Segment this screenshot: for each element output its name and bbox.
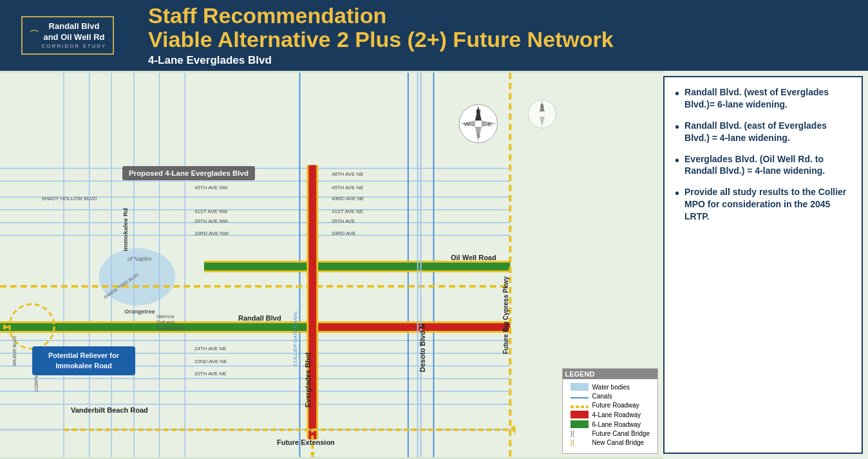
legend-label-4lane: 4-Lane Roadway	[592, 411, 641, 418]
legend-item-4lane: 4-Lane Roadway	[571, 411, 650, 418]
bullet-2: •	[675, 118, 679, 136]
svg-text:35TH AVE NW: 35TH AVE NW	[194, 218, 228, 224]
svg-text:WILBUR BLVD: WILBUR BLVD	[12, 336, 17, 366]
svg-text:41ST AVE NW: 41ST AVE NW	[194, 209, 228, 214]
callout-proposed: Proposed 4-Lane Everglades Blvd	[122, 166, 255, 180]
svg-text:41ST AVE NE: 41ST AVE NE	[332, 209, 363, 214]
label-oil-well: Oil Well Road	[451, 254, 496, 261]
legend-swatch-canals	[571, 397, 589, 398]
list-item-1: • Randall Blvd. (west of Everglades Blvd…	[675, 86, 851, 111]
legend-label-new-canal: New Canal Bridge	[592, 439, 645, 446]
svg-text:W: W	[464, 120, 470, 127]
legend-item-future-road: Future Roadway	[571, 402, 650, 409]
label-future-big-cypress: Future Big Cypress Pkwy	[502, 251, 509, 380]
legend-label-future: Future Roadway	[592, 402, 639, 409]
sidebar: • Randall Blvd. (west of Everglades Blvd…	[663, 76, 863, 454]
svg-text:33RD AVE NW: 33RD AVE NW	[194, 230, 229, 236]
header-title-sub: Viable Alternative 2 Plus (2+) Future Ne…	[148, 28, 614, 52]
svg-text:SHADY HOLLOW BLVD: SHADY HOLLOW BLVD	[41, 196, 97, 201]
header: ⌒ Randall Blvd and Oil Well Rd CORRIDOR …	[0, 0, 868, 71]
svg-text:of Naples: of Naples	[127, 256, 152, 262]
svg-text:33RD AVE: 33RD AVE	[332, 230, 355, 236]
svg-text:48TH AVE NE: 48TH AVE NE	[332, 171, 364, 177]
logo-line2: and Oil Well Rd	[42, 32, 107, 43]
legend-box: LEGEND Water bodies Canals Future Roadwa…	[562, 368, 659, 454]
legend-swatch-4lane	[571, 411, 589, 418]
map-area: of Naples	[0, 71, 663, 459]
bullet-1: •	[675, 85, 679, 102]
legend-item-water: Water bodies	[571, 383, 650, 391]
legend-swatch-future	[571, 406, 589, 408]
svg-text:N: N	[476, 108, 480, 115]
logo-area: ⌒ Randall Blvd and Oil Well Rd CORRIDOR …	[0, 0, 135, 71]
svg-text:24TH AVE NE: 24TH AVE NE	[194, 346, 227, 351]
legend-swatch-6lane	[571, 420, 589, 428]
legend-item-future-canal: }{ Future Canal Bridge	[571, 430, 650, 437]
legend-item-canals: Canals	[571, 393, 650, 400]
label-everglades: Everglades Blvd	[304, 315, 312, 444]
callout-reliever: Potential Reliever forImmokalee Road	[32, 346, 135, 375]
label-vanderbilt: Vanderbilt Beach Road	[71, 406, 148, 414]
label-desoto: Desoto Blvd N	[419, 296, 426, 399]
svg-text:N: N	[540, 103, 544, 109]
legend-item-6lane: 6-Lane Roadway	[571, 420, 650, 428]
sidebar-text-2: Randall Blvd. (east of Everglades Blvd.)…	[684, 120, 851, 144]
header-title-small: 4-Lane Everglades Blvd	[148, 54, 614, 67]
sidebar-text-4: Provide all study results to the Collier…	[684, 186, 851, 223]
svg-text:Country Club: Country Club	[156, 325, 184, 331]
legend-label-future-canal: Future Canal Bridge	[592, 430, 650, 437]
legend-swatch-water	[571, 383, 589, 391]
main-content: of Naples	[0, 71, 868, 459]
svg-text:Orangetree: Orangetree	[124, 308, 155, 315]
list-item-4: • Provide all study results to the Colli…	[675, 186, 851, 223]
sidebar-text-1: Randall Blvd. (west of Everglades Blvd.)…	[684, 86, 851, 111]
logo-subtitle: CORRIDOR STUDY	[42, 43, 107, 50]
legend-item-new-canal: }{ New Canal Bridge	[571, 439, 650, 446]
legend-title: LEGEND	[563, 369, 658, 379]
bullet-3: •	[675, 152, 679, 169]
svg-rect-26	[204, 263, 510, 270]
svg-text:45TH AVE NW: 45TH AVE NW	[194, 185, 228, 191]
header-text: Staff Recommendation Viable Alternative …	[135, 0, 627, 71]
legend-label-6lane: 6-Lane Roadway	[592, 421, 641, 428]
svg-text:Immokalee Rd: Immokalee Rd	[122, 208, 129, 251]
svg-text:43RD AVE NE: 43RD AVE NE	[332, 196, 364, 201]
legend-label-water: Water bodies	[592, 384, 630, 391]
svg-text:COLLIER GATE CANAL: COLLIER GATE CANAL	[292, 311, 298, 366]
svg-text:E: E	[487, 120, 492, 127]
svg-rect-31	[312, 323, 510, 331]
svg-text:35TH AVE: 35TH AVE	[332, 218, 355, 224]
label-randall: Randall Blvd	[238, 314, 281, 322]
bullet-4: •	[675, 185, 679, 202]
svg-text:22ND AVE NE: 22ND AVE NE	[194, 359, 227, 364]
title-white2: Future Network	[447, 27, 614, 52]
svg-text:Valencia: Valencia	[156, 314, 175, 319]
title-white1: Viable Alternative	[148, 27, 337, 52]
logo-line1: Randall Blvd	[42, 21, 107, 32]
reliever-text: Potential Reliever forImmokalee Road	[48, 351, 119, 369]
svg-text:Golf and: Golf and	[156, 319, 175, 325]
sidebar-list: • Randall Blvd. (west of Everglades Blvd…	[675, 86, 851, 232]
logo-box: ⌒ Randall Blvd and Oil Well Rd CORRIDOR …	[21, 16, 115, 55]
svg-text:20TH AVE NE: 20TH AVE NE	[194, 371, 227, 377]
svg-text:45TH AVE NE: 45TH AVE NE	[332, 185, 364, 191]
sidebar-text-3: Everglades Blvd. (Oil Well Rd. to Randal…	[684, 153, 851, 178]
list-item-3: • Everglades Blvd. (Oil Well Rd. to Rand…	[675, 153, 851, 178]
title-gold-part: 2 Plus (2+)	[337, 27, 447, 52]
header-title-gold: Staff Recommendation	[148, 4, 614, 28]
list-item-2: • Randall Blvd. (east of Everglades Blvd…	[675, 120, 851, 144]
legend-label-canals: Canals	[592, 393, 612, 400]
svg-text:S: S	[476, 132, 480, 139]
